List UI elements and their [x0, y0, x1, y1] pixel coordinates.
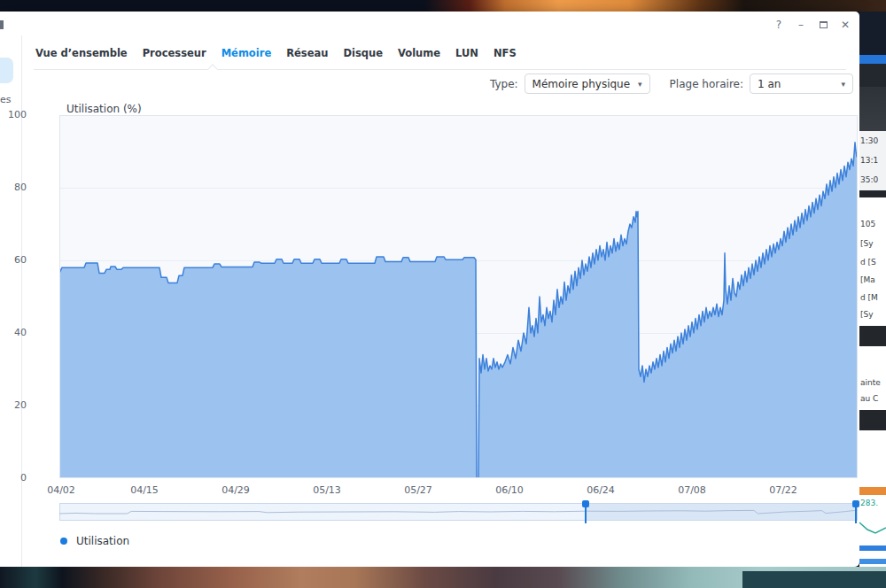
x-tick-label: 05/13	[300, 484, 354, 496]
window-title-clipped	[0, 20, 4, 29]
background-window-edge[interactable]: 1:30 13:1 35:0 105 [Sy d [S [Ma d [M [Sy…	[859, 12, 886, 571]
bg-window-header	[859, 12, 886, 55]
log-line: ainte	[860, 378, 881, 387]
scrubber-handle-right[interactable]	[852, 500, 859, 523]
tab-processeur[interactable]: Processeur	[143, 47, 206, 59]
bg-window-log-block: 105 [Sy d [S [Ma d [M [Sy	[859, 197, 886, 326]
sparkline-icon	[859, 512, 886, 545]
scrubber-handle-left[interactable]	[582, 500, 589, 523]
log-line: 1:30	[860, 136, 878, 145]
y-axis-title: Utilisation (%)	[66, 103, 142, 115]
y-tick-label: 20	[0, 399, 27, 411]
bg-window-log-block: 1:30 13:1 35:0	[859, 131, 886, 190]
bg-window-accent-bar	[859, 55, 886, 64]
tab-divider	[34, 69, 846, 70]
bg-window-dark-bar	[859, 64, 886, 87]
help-button[interactable]: ?	[772, 18, 786, 32]
window-controls: ? – ✕	[772, 18, 852, 32]
log-line: 105	[860, 220, 875, 228]
maximize-button[interactable]	[816, 18, 830, 32]
x-tick-label: 07/08	[665, 484, 719, 496]
y-tick-label: 40	[0, 327, 27, 338]
type-select[interactable]: Mémoire physique ▾	[525, 74, 650, 94]
maximize-icon	[820, 21, 828, 28]
time-range-select[interactable]: 1 an ▾	[750, 74, 853, 94]
bg-window-sparkline	[859, 512, 886, 545]
bg-window-block	[859, 551, 886, 559]
utilisation-legend-dot-icon	[60, 538, 67, 545]
close-button[interactable]: ✕	[838, 18, 852, 32]
log-line: [Sy	[860, 239, 874, 248]
log-line: au C	[860, 394, 878, 403]
time-range-label: Plage horaire:	[670, 78, 743, 90]
chart-plot-area[interactable]	[59, 115, 858, 478]
x-tick-label: 04/02	[35, 484, 88, 496]
y-tick-label: 60	[0, 254, 27, 266]
y-tick-label: 100	[0, 109, 27, 120]
bg-window-dark-bar	[859, 326, 886, 346]
minimize-button[interactable]: –	[794, 18, 808, 32]
bg-window-dark-bar	[859, 410, 886, 430]
bg-window-dark-bar	[859, 190, 886, 197]
desktop-wallpaper-bottom	[0, 567, 886, 588]
x-tick-label: 06/10	[483, 484, 536, 496]
active-tab-caret	[207, 64, 217, 74]
time-range-select-value: 1 an	[758, 78, 781, 90]
x-tick-label: 06/24	[574, 484, 627, 496]
legend-label: Utilisation	[76, 535, 129, 547]
log-value: 283.	[860, 499, 878, 507]
timeline-overview-chart	[59, 503, 858, 521]
tab-bar: Vue d’ensembleProcesseurMémoireRéseauDis…	[35, 47, 517, 59]
x-tick-label: 05/27	[392, 484, 445, 496]
background-window-footer	[742, 571, 886, 588]
log-line: 13:1	[860, 156, 878, 165]
scrubber-knob-icon	[852, 500, 859, 507]
sidebar-item-label-clipped: es	[0, 94, 12, 105]
tab-vue-d-ensemble[interactable]: Vue d’ensemble	[35, 47, 128, 59]
scrubber-stem	[585, 507, 587, 523]
bg-window-dark-bar	[859, 87, 886, 131]
memory-usage-area-chart	[59, 115, 858, 478]
log-line: d [S	[860, 258, 876, 267]
tab-volume[interactable]: Volume	[398, 47, 440, 59]
tab-r-seau[interactable]: Réseau	[286, 47, 328, 59]
tab-lun[interactable]: LUN	[455, 47, 478, 59]
x-tick-label: 07/22	[757, 484, 810, 496]
bg-window-log-block: ainte au C	[859, 346, 886, 410]
log-line: [Ma	[860, 275, 875, 284]
desktop-wallpaper-top	[0, 0, 886, 12]
bg-window-orange-bar	[859, 487, 886, 495]
type-select-value: Mémoire physique	[532, 78, 630, 90]
screen: ? – ✕ es Vue d’ensembleProcesseurMémoire…	[0, 0, 886, 588]
x-tick-label: 04/29	[209, 484, 262, 496]
y-tick-label: 80	[0, 182, 27, 193]
scrubber-stem	[855, 507, 857, 523]
tab-m-moire[interactable]: Mémoire	[222, 47, 272, 59]
scrubber-knob-icon	[582, 500, 589, 507]
type-label: Type:	[490, 78, 518, 90]
chart-controls: Type: Mémoire physique ▾ Plage horaire: …	[0, 74, 853, 94]
log-line: d [M	[860, 293, 878, 302]
chevron-down-icon: ▾	[834, 80, 845, 89]
chart-legend: Utilisation	[60, 535, 129, 547]
chevron-down-icon: ▾	[631, 80, 642, 89]
tab-disque[interactable]: Disque	[343, 47, 383, 59]
timeline-scrubber[interactable]	[59, 503, 858, 521]
x-tick-label: 04/15	[118, 484, 171, 496]
x-axis-ticks: 04/0204/1504/2905/1305/2706/1006/2407/08…	[0, 484, 886, 497]
tab-nfs[interactable]: NFS	[494, 47, 517, 59]
resource-monitor-window: ? – ✕ es Vue d’ensembleProcesseurMémoire…	[0, 12, 859, 567]
y-tick-label: 0	[0, 472, 27, 484]
bg-window-block	[859, 430, 886, 487]
log-line: 35:0	[860, 175, 878, 184]
log-line: [Sy	[860, 310, 874, 319]
bg-window-value-block: 283.	[859, 495, 886, 512]
